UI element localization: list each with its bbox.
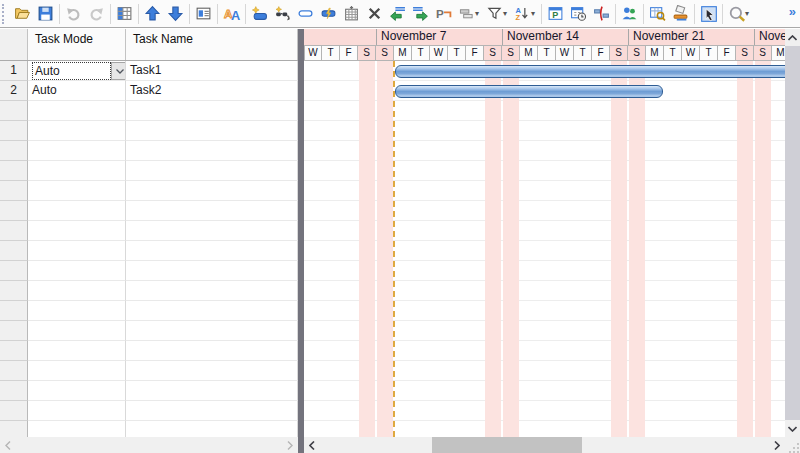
day-header-cell[interactable]: S (610, 45, 628, 61)
combobox-dropdown-button[interactable] (111, 62, 126, 80)
week-header-label[interactable]: November 21 (628, 29, 754, 45)
filter-dropdown-caret[interactable]: ▾ (503, 9, 511, 18)
day-header-cell[interactable]: T (448, 45, 466, 61)
pointer-mode-button[interactable] (697, 2, 720, 26)
resources-button[interactable] (618, 2, 641, 26)
task-mode-cell[interactable] (28, 321, 126, 341)
task-mode-cell[interactable] (28, 101, 126, 121)
day-header-cell[interactable]: S (628, 45, 646, 61)
row-number-cell[interactable] (0, 421, 28, 437)
working-time-calendar-button[interactable] (567, 2, 590, 26)
day-header-cell[interactable]: W (556, 45, 574, 61)
split-timeline-button[interactable] (590, 2, 613, 26)
task-mode-cell[interactable]: Auto (28, 81, 126, 101)
task-name-cell[interactable] (126, 321, 298, 341)
grid-horizontal-scrollbar[interactable] (0, 437, 298, 453)
row-number-cell[interactable] (0, 341, 28, 361)
table-row-empty[interactable] (0, 361, 298, 381)
scroll-right-arrow-icon[interactable] (769, 437, 785, 453)
table-row-empty[interactable] (0, 221, 298, 241)
task-mode-cell[interactable]: Auto (28, 61, 126, 81)
day-header-cell[interactable]: W (682, 45, 700, 61)
save-button[interactable] (34, 2, 57, 26)
task-name-cell[interactable] (126, 381, 298, 401)
day-header-cell[interactable]: S (502, 45, 520, 61)
scroll-up-arrow-icon[interactable] (785, 29, 800, 46)
day-header-cell[interactable]: F (466, 45, 484, 61)
table-row-empty[interactable] (0, 121, 298, 141)
task-mode-combobox[interactable]: Auto (32, 62, 126, 80)
task-mode-cell[interactable] (28, 201, 126, 221)
row-number-cell[interactable] (0, 361, 28, 381)
table-row-empty[interactable] (0, 341, 298, 361)
task-mode-cell[interactable] (28, 301, 126, 321)
week-header-label[interactable] (304, 29, 376, 45)
progress-marker-button[interactable]: P (432, 2, 455, 26)
table-row-empty[interactable] (0, 241, 298, 261)
task-name-cell[interactable] (126, 401, 298, 421)
day-header-cell[interactable]: T (322, 45, 340, 61)
day-header-cell[interactable]: F (592, 45, 610, 61)
indent-task-button[interactable] (409, 2, 432, 26)
table-row-empty[interactable] (0, 381, 298, 401)
table-row-empty[interactable] (0, 201, 298, 221)
layout-bars-dropdown-caret[interactable]: ▾ (475, 9, 483, 18)
resize-grip[interactable] (785, 437, 800, 453)
day-header-cell[interactable]: F (340, 45, 358, 61)
day-header-cell[interactable]: T (538, 45, 556, 61)
task-mode-cell[interactable] (28, 261, 126, 281)
delete-task-button[interactable] (363, 2, 386, 26)
task-mode-cell[interactable] (28, 141, 126, 161)
task-name-cell[interactable] (126, 141, 298, 161)
day-header-cell[interactable]: S (376, 45, 394, 61)
day-header-cell[interactable]: S (358, 45, 376, 61)
scroll-left-arrow-icon[interactable] (0, 437, 16, 453)
day-header-cell[interactable]: W (430, 45, 448, 61)
day-header-cell[interactable]: M (646, 45, 664, 61)
gantt-task-bar[interactable] (395, 65, 785, 78)
row-number-cell[interactable] (0, 101, 28, 121)
row-number-cell[interactable] (0, 201, 28, 221)
row-number-cell[interactable] (0, 241, 28, 261)
blank-task-button[interactable] (294, 2, 317, 26)
row-number-cell[interactable] (0, 261, 28, 281)
split-task-button[interactable] (317, 2, 340, 26)
table-row[interactable]: 1AutoTask1 (0, 61, 298, 81)
day-header-cell[interactable]: M (520, 45, 538, 61)
row-number-cell[interactable] (0, 161, 28, 181)
day-header-cell[interactable]: S (754, 45, 772, 61)
row-number-cell[interactable] (0, 181, 28, 201)
table-row-empty[interactable] (0, 101, 298, 121)
outdent-task-button[interactable] (386, 2, 409, 26)
task-mode-cell[interactable] (28, 421, 126, 437)
chart-vertical-scrollbar[interactable] (785, 29, 800, 437)
task-mode-cell[interactable] (28, 121, 126, 141)
move-task-up-button[interactable] (141, 2, 164, 26)
format-bar-style-button[interactable] (669, 2, 692, 26)
zoom-dropdown-caret[interactable]: ▾ (745, 9, 753, 18)
row-number-cell[interactable] (0, 321, 28, 341)
gantt-chart-body[interactable] (304, 61, 785, 437)
task-mode-cell[interactable] (28, 341, 126, 361)
task-name-cell[interactable]: Task2 (126, 81, 298, 101)
day-header-cell[interactable]: T (412, 45, 430, 61)
table-row-empty[interactable] (0, 161, 298, 181)
table-row-empty[interactable] (0, 421, 298, 437)
chart-horizontal-scrollbar[interactable] (304, 437, 785, 453)
day-header-cell[interactable]: T (664, 45, 682, 61)
table-row-empty[interactable] (0, 401, 298, 421)
task-panel-button[interactable] (192, 2, 215, 26)
table-row-empty[interactable] (0, 301, 298, 321)
task-name-cell[interactable] (126, 361, 298, 381)
task-mode-cell[interactable] (28, 281, 126, 301)
move-task-down-button[interactable] (164, 2, 187, 26)
row-number-cell[interactable] (0, 281, 28, 301)
task-mode-cell[interactable] (28, 181, 126, 201)
task-name-cell[interactable] (126, 341, 298, 361)
day-header-cell[interactable]: T (574, 45, 592, 61)
project-information-button[interactable]: P (544, 2, 567, 26)
day-header-cell[interactable]: F (718, 45, 736, 61)
task-name-cell[interactable] (126, 241, 298, 261)
task-mode-cell[interactable] (28, 361, 126, 381)
sort-dropdown-caret[interactable]: ▾ (531, 9, 539, 18)
